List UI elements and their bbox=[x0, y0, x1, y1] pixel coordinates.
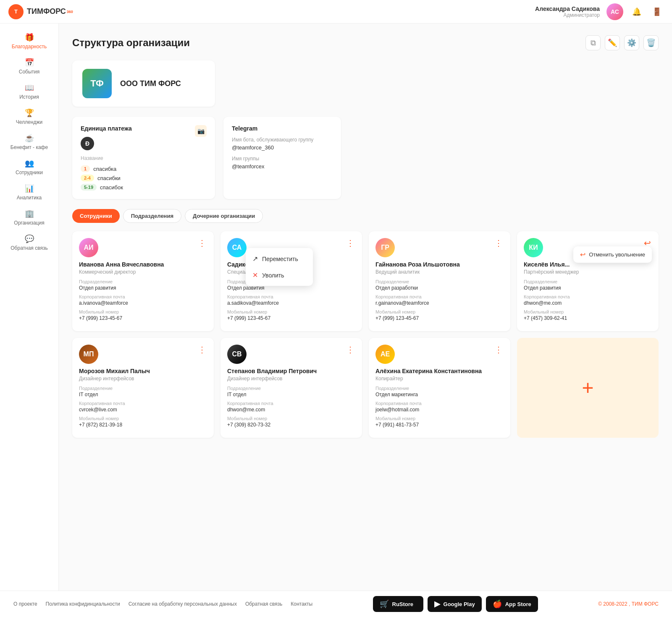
emp-phone-label-5: Мобильный номер bbox=[79, 416, 207, 421]
emp-menu-btn-3[interactable]: ⋮ bbox=[494, 238, 504, 248]
footer-link-privacy[interactable]: Политика конфидинциальности bbox=[46, 601, 120, 607]
emp-name-6: Степанов Владимир Петрович bbox=[227, 367, 355, 375]
sidebar-item-label: Организация bbox=[14, 220, 44, 226]
rustore-button[interactable]: 🛒 RuStore bbox=[373, 596, 423, 612]
emp-dept-5: IT отдел bbox=[79, 392, 207, 397]
tab-departments[interactable]: Подразделения bbox=[123, 209, 181, 223]
footer-links: О проекте Политика конфидинциальности Со… bbox=[13, 601, 312, 607]
org-card: ТФ ООО ТИМ ФОРС bbox=[72, 60, 215, 107]
emp-pos-3: Ведущий аналитик bbox=[375, 269, 504, 275]
sidebar-item-gratitude[interactable]: 🎁 Благодарность bbox=[0, 29, 58, 54]
footer-link-about[interactable]: О проекте bbox=[13, 601, 37, 607]
emp-phone-7: +7 (991) 481-73-57 bbox=[375, 422, 504, 428]
payment-unit-title: Единица платежа bbox=[81, 125, 132, 132]
footer-link-consent[interactable]: Согласие на обработку персональных данны… bbox=[129, 601, 237, 607]
names-title: Название bbox=[81, 155, 207, 161]
user-name: Александра Садикова bbox=[535, 5, 600, 12]
app-store-button[interactable]: 🍎 App Store bbox=[486, 596, 538, 612]
cancel-icon: ↩ bbox=[580, 251, 585, 259]
emp-pos-6: Дизайнер интерфейсов bbox=[227, 376, 355, 382]
sidebar-item-history[interactable]: 📖 История bbox=[0, 79, 58, 104]
page-actions: ⧉ ✏️ ⚙️ 🗑️ bbox=[585, 35, 659, 50]
emp-phone-1: +7 (999) 123-45-67 bbox=[79, 315, 207, 321]
google-play-icon: ▶ bbox=[434, 599, 440, 609]
events-icon: 📅 bbox=[25, 58, 34, 67]
logout-icon[interactable]: 🚪 bbox=[650, 5, 664, 18]
sidebar-item-employees[interactable]: 👥 Сотрудники bbox=[0, 154, 58, 180]
bell-icon[interactable]: 🔔 bbox=[630, 5, 643, 18]
edit-action-icon[interactable]: ✏️ bbox=[605, 35, 620, 50]
emp-avatar-4: КИ bbox=[524, 238, 543, 257]
telegram-title: Telegram bbox=[232, 125, 333, 132]
logo-icon: Т bbox=[8, 4, 24, 19]
employee-card-7: АЕ ⋮ Алёхина Екатерина Константиновна Ко… bbox=[369, 338, 510, 438]
tabs: Сотрудники Подразделения Дочерние органи… bbox=[72, 209, 659, 223]
coin-icon: Đ bbox=[81, 137, 94, 150]
org-logo: ТФ bbox=[82, 69, 112, 98]
emp-pos-7: Копирайтер bbox=[375, 376, 504, 382]
emp-menu-btn-6[interactable]: ⋮ bbox=[345, 345, 355, 355]
ctx-move[interactable]: ↗ Переместить bbox=[246, 251, 313, 267]
rustore-icon: 🛒 bbox=[380, 599, 389, 609]
emp-card-header-1: АИ ⋮ bbox=[79, 238, 207, 257]
emp-email-6: dhwon@me.com bbox=[227, 407, 355, 413]
camera-button[interactable]: 📷 bbox=[195, 125, 207, 137]
sidebar-item-label: Благодарность bbox=[12, 44, 47, 50]
sidebar-item-label: События bbox=[19, 69, 40, 75]
header-right: Александра Садикова Администратор АС 🔔 🚪 bbox=[535, 3, 664, 20]
emp-email-7: joelw@hotmail.com bbox=[375, 407, 504, 413]
group-label: Имя группы bbox=[232, 156, 333, 162]
tab-employees[interactable]: Сотрудники bbox=[72, 209, 120, 223]
copy-action-icon[interactable]: ⧉ bbox=[585, 35, 601, 50]
add-employee-card[interactable]: + bbox=[517, 338, 659, 438]
gratitude-icon: 🎁 bbox=[25, 33, 34, 42]
google-play-label: Google Play bbox=[444, 601, 475, 607]
employee-card-3: ГР ⋮ Гайнанова Роза Ильшотовна Ведущий а… bbox=[369, 231, 510, 331]
logo: Т ТИМФОРС360 bbox=[8, 4, 73, 19]
delete-action-icon[interactable]: 🗑️ bbox=[643, 35, 659, 50]
emp-email-3: r.gainanova@teamforce bbox=[375, 300, 504, 306]
emp-email-label-5: Корпоративная почта bbox=[79, 401, 207, 406]
store-buttons: 🛒 RuStore ▶ Google Play 🍎 App Store bbox=[373, 596, 538, 612]
emp-dept-label-5: Подразделение bbox=[79, 386, 207, 391]
add-plus-icon: + bbox=[582, 378, 593, 398]
sidebar-item-feedback[interactable]: 💬 Обратная связь bbox=[0, 230, 58, 255]
org-icon: 🏢 bbox=[25, 209, 34, 218]
user-role: Администратор bbox=[535, 12, 600, 18]
ctx-fire[interactable]: ✕ Уволить bbox=[246, 267, 313, 283]
challenges-icon: 🏆 bbox=[25, 108, 34, 118]
emp-menu-btn-7[interactable]: ⋮ bbox=[494, 345, 504, 355]
page-header: Структура организации ⧉ ✏️ ⚙️ 🗑️ bbox=[72, 35, 659, 50]
emp-menu-btn-1[interactable]: ⋮ bbox=[197, 238, 207, 248]
emp-menu-btn-5[interactable]: ⋮ bbox=[197, 345, 207, 355]
emp-email-label-3: Корпоративная почта bbox=[375, 294, 504, 299]
emp-dept-7: Отдел маркетинга bbox=[375, 392, 504, 397]
sidebar-item-analytics[interactable]: 📊 Аналитика bbox=[0, 180, 58, 205]
sidebar-item-events[interactable]: 📅 События bbox=[0, 54, 58, 79]
emp-phone-label-6: Мобильный номер bbox=[227, 416, 355, 421]
sidebar: 🎁 Благодарность 📅 События 📖 История 🏆 Че… bbox=[0, 24, 59, 617]
sidebar-item-org[interactable]: 🏢 Организация bbox=[0, 205, 58, 230]
info-row: Единица платежа 📷 Đ Название 1 спасибка … bbox=[72, 117, 659, 199]
emp-card-header-3: ГР ⋮ bbox=[375, 238, 504, 257]
emp-card-header-7: АЕ ⋮ bbox=[375, 345, 504, 364]
settings-action-icon[interactable]: ⚙️ bbox=[624, 35, 639, 50]
emp-phone-label-7: Мобильный номер bbox=[375, 416, 504, 421]
payment-unit-card: Единица платежа 📷 Đ Название 1 спасибка … bbox=[72, 117, 215, 199]
emp-avatar-1: АИ bbox=[79, 238, 98, 257]
tab-subsidiaries[interactable]: Дочерние организации bbox=[185, 209, 263, 223]
google-play-button[interactable]: ▶ Google Play bbox=[428, 596, 482, 612]
name-24: спасибки bbox=[97, 175, 121, 181]
footer-link-contacts[interactable]: Контакты bbox=[291, 601, 312, 607]
sidebar-item-challenges[interactable]: 🏆 Челленджи bbox=[0, 104, 58, 129]
fire-icon: ✕ bbox=[252, 271, 258, 279]
footer-link-feedback[interactable]: Обратная связь bbox=[245, 601, 282, 607]
emp-dept-label-6: Подразделение bbox=[227, 386, 355, 391]
emp-email-1: a.ivanova@teamforce bbox=[79, 300, 207, 306]
emp-card-header-5: МП ⋮ bbox=[79, 345, 207, 364]
emp-phone-label-4: Мобильный номер bbox=[524, 309, 652, 314]
emp-name-7: Алёхина Екатерина Константиновна bbox=[375, 367, 504, 375]
sidebar-item-benefit[interactable]: ☕ Бенефит - кафе bbox=[0, 129, 58, 154]
ctx-fire-label: Уволить bbox=[262, 272, 284, 279]
emp-menu-btn-2[interactable]: ⋮ bbox=[345, 238, 355, 248]
